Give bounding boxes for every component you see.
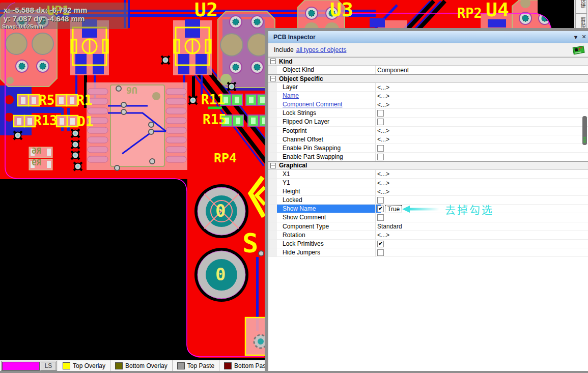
side-tab-1[interactable]: 剪贴板 xyxy=(575,13,587,28)
prop-row-component-type[interactable]: Component TypeStandard xyxy=(268,222,588,231)
prop-value-height[interactable]: <...> xyxy=(377,188,389,195)
silkscreen-label-r9-17[interactable]: R9 xyxy=(32,159,41,167)
scrollbar-thumb[interactable] xyxy=(582,116,587,145)
prop-value-x1[interactable]: <...> xyxy=(377,170,389,178)
panel-collapse-icon[interactable]: ▼ xyxy=(572,34,580,40)
prop-row-channel-offset[interactable]: Channel Offset<...> xyxy=(268,135,588,144)
prop-row-show-name[interactable]: Show Name✔True xyxy=(268,205,588,213)
prop-label-y1: Y1 xyxy=(283,179,290,187)
column-divider xyxy=(375,92,376,100)
prop-value-name[interactable]: <...> xyxy=(377,93,389,100)
layer-tab-top-overlay[interactable]: Top Overlay xyxy=(58,360,110,371)
layer-tab-label: Top Overlay xyxy=(73,362,105,369)
checkbox-enable-pin-swapping[interactable] xyxy=(377,145,384,152)
prop-value-component-type[interactable]: Standard xyxy=(377,223,402,230)
prop-value-show-name[interactable]: True xyxy=(385,205,402,213)
section-header-graphical[interactable]: Graphical xyxy=(268,161,588,170)
column-divider xyxy=(375,179,376,187)
prop-row-enable-part-swapping[interactable]: Enable Part Swapping xyxy=(268,153,588,161)
column-divider xyxy=(375,100,376,108)
prop-row-enable-pin-swapping[interactable]: Enable Pin Swapping xyxy=(268,144,588,153)
checkbox-show-comment[interactable] xyxy=(377,214,384,221)
checkbox-flipped-on-layer[interactable] xyxy=(377,119,384,125)
prop-row-rotation[interactable]: Rotation<...> xyxy=(268,231,588,240)
column-divider xyxy=(375,109,376,117)
silkscreen-label-0-14[interactable]: 0 xyxy=(215,266,226,283)
prop-label-name[interactable]: Name xyxy=(283,92,299,100)
panel-title: PCB Inspector xyxy=(268,34,316,41)
prop-value-component-comment[interactable]: <...> xyxy=(377,101,389,108)
prop-row-lock-strings[interactable]: Lock Strings xyxy=(268,109,588,118)
silkscreen-label-rp4-11[interactable]: RP4 xyxy=(214,152,237,164)
silkscreen-label-r6-16[interactable]: R6 xyxy=(32,147,41,155)
column-divider xyxy=(375,196,376,204)
collapse-box-icon[interactable] xyxy=(270,76,276,81)
layer-tab-bar: LS Top OverlayBottom OverlayTop PasteBot… xyxy=(0,360,265,371)
silkscreen-label-u4-4[interactable]: U4 xyxy=(486,0,509,19)
layer-tab-top-paste[interactable]: Top Paste xyxy=(173,360,219,371)
section-header-object-specific[interactable]: Object Specific xyxy=(268,74,588,83)
prop-row-lock-primitives[interactable]: Lock Primitives✔ xyxy=(268,240,588,248)
trimmer-u2[interactable] xyxy=(173,19,212,75)
silkscreen-label-r5-5[interactable]: R5 xyxy=(39,94,54,107)
column-divider xyxy=(375,240,376,248)
column-divider xyxy=(375,205,376,213)
silkscreen-label-0-13[interactable]: 0 xyxy=(215,202,226,219)
silkscreen-label-r15-10[interactable]: R15 xyxy=(203,113,227,126)
prop-value-channel-offset[interactable]: <...> xyxy=(377,136,389,143)
collapse-box-icon[interactable] xyxy=(270,59,276,64)
checkbox-locked[interactable] xyxy=(377,197,384,204)
panel-title-bar[interactable]: PCB Inspector ▼ ✕ xyxy=(268,31,588,43)
silkscreen-label-u2-1[interactable]: U2 xyxy=(194,0,218,19)
prop-label-layer: Layer xyxy=(283,83,298,91)
prop-row-name[interactable]: Name<...> xyxy=(268,92,588,100)
layer-tab-bottom-overlay[interactable]: Bottom Overlay xyxy=(110,360,173,371)
checkbox-hide-jumpers[interactable] xyxy=(377,249,384,256)
prop-row-x1[interactable]: X1<...> xyxy=(268,170,588,179)
prop-value-footprint[interactable]: <...> xyxy=(377,127,389,134)
prop-label-component-comment[interactable]: Component Comment xyxy=(283,101,342,108)
prop-value-y1[interactable]: <...> xyxy=(377,180,389,187)
prop-row-footprint[interactable]: Footprint<...> xyxy=(268,127,588,135)
prop-row-flipped-on-layer[interactable]: Flipped On Layer xyxy=(268,118,588,126)
checkbox-enable-part-swapping[interactable] xyxy=(377,154,384,160)
section-header-kind[interactable]: Kind xyxy=(268,57,588,66)
prop-row-component-comment[interactable]: Component Comment<...> xyxy=(268,100,588,109)
prop-row-y1[interactable]: Y1<...> xyxy=(268,179,588,187)
prop-label-hide-jumpers: Hide Jumpers xyxy=(283,249,320,256)
prop-value-cell xyxy=(377,145,384,152)
collapse-box-icon[interactable] xyxy=(270,163,276,168)
silkscreen-label-r13-7[interactable]: R13 xyxy=(34,114,58,127)
layer-color-swatch xyxy=(63,362,70,369)
prop-row-height[interactable]: Height<...> xyxy=(268,187,588,196)
prop-row-object-kind[interactable]: Object KindComponent xyxy=(268,66,588,74)
column-divider xyxy=(375,66,376,74)
layer-tab-bottom-paste[interactable]: Bottom Paste xyxy=(219,360,265,371)
checkbox-show-name[interactable]: ✔ xyxy=(377,206,384,212)
include-scope-link[interactable]: all types of objects xyxy=(296,46,347,53)
silkscreen-label-u3-2[interactable]: U3 xyxy=(330,0,353,19)
silkscreen-label-u6-15[interactable]: U6 xyxy=(126,85,137,95)
prop-label-channel-offset: Channel Offset xyxy=(283,136,323,144)
current-layer-indicator[interactable]: LS xyxy=(1,361,57,371)
prop-row-hide-jumpers[interactable]: Hide Jumpers xyxy=(268,248,588,257)
silkscreen-label-r1-6[interactable]: R1 xyxy=(76,94,92,107)
silkscreen-label-s-12[interactable]: S xyxy=(242,230,258,256)
panel-close-icon[interactable]: ✕ xyxy=(580,34,588,40)
prop-row-show-comment[interactable]: Show Comment xyxy=(268,213,588,222)
prop-label-locked: Locked xyxy=(283,196,302,204)
column-divider xyxy=(375,213,376,221)
checkbox-lock-strings[interactable] xyxy=(377,110,384,117)
prop-row-layer[interactable]: Layer<...> xyxy=(268,83,588,92)
silkscreen-label-r11-9[interactable]: R11 xyxy=(201,93,225,106)
checkbox-lock-primitives[interactable]: ✔ xyxy=(377,241,384,247)
prop-label-object-kind: Object Kind xyxy=(283,66,314,74)
prop-row-locked[interactable]: Locked xyxy=(268,196,588,205)
prop-value-object-kind[interactable]: Component xyxy=(377,67,409,74)
prop-value-layer[interactable]: <...> xyxy=(377,84,389,91)
silkscreen-label-rp2-3[interactable]: RP2 xyxy=(457,6,482,20)
layer-tab-label: Bottom Paste xyxy=(234,362,265,369)
prop-value-rotation[interactable]: <...> xyxy=(377,232,389,239)
coordinate-hud: x: -5.588 dx: -6.782 mm y: 7.087 dy: -4.… xyxy=(0,3,128,29)
silkscreen-label-d1-8[interactable]: D1 xyxy=(77,115,93,128)
